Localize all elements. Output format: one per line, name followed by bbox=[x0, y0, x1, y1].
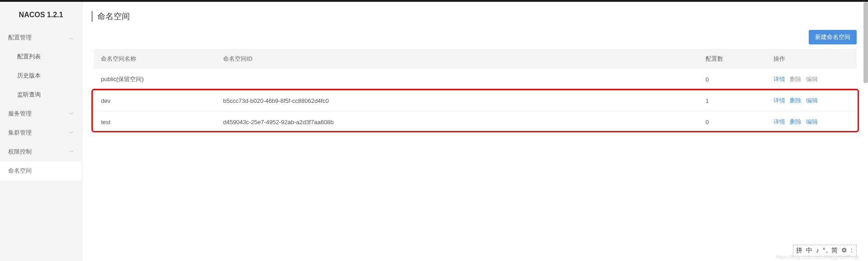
nav-menu: 配置管理 ︿ 配置列表 历史版本 监听查询 服务管理 ﹀ 集群管理 ﹀ 权限控制 bbox=[0, 28, 82, 180]
chevron-down-icon: ﹀ bbox=[69, 130, 74, 136]
chevron-down-icon: ﹀ bbox=[69, 149, 74, 155]
nav-config-mgmt[interactable]: 配置管理 ︿ bbox=[0, 28, 82, 47]
cell-id bbox=[216, 69, 698, 90]
cell-count: 1 bbox=[698, 90, 766, 111]
cell-action: 详情删除编辑 bbox=[766, 111, 857, 133]
detail-link[interactable]: 详情 bbox=[773, 76, 785, 82]
nav-label: 监听查询 bbox=[17, 91, 41, 99]
nav-label: 服务管理 bbox=[8, 110, 32, 118]
main-content: 命名空间 新建命名空间 命名空间名称 命名空间ID 配置数 操作 public(… bbox=[82, 2, 868, 261]
table-wrapper: 命名空间名称 命名空间ID 配置数 操作 public(保留空间)0详情删除编辑… bbox=[94, 49, 857, 133]
scrollbar[interactable] bbox=[863, 2, 868, 83]
nav-config-list[interactable]: 配置列表 bbox=[0, 47, 82, 66]
cell-count: 0 bbox=[698, 69, 766, 90]
page-header: 命名空间 bbox=[91, 11, 859, 22]
table-row: public(保留空间)0详情删除编辑 bbox=[94, 69, 857, 90]
chevron-down-icon: ﹀ bbox=[69, 111, 74, 117]
detail-link[interactable]: 详情 bbox=[773, 97, 785, 104]
edit-link[interactable]: 编辑 bbox=[806, 118, 818, 125]
cell-action: 详情删除编辑 bbox=[766, 69, 857, 90]
app-container: NACOS 1.2.1 配置管理 ︿ 配置列表 历史版本 监听查询 服务管理 ﹀… bbox=[0, 2, 868, 261]
cell-id: b5ccc73d-b020-46b9-8f5f-cc88062d4fc0 bbox=[216, 90, 698, 111]
cell-count: 0 bbox=[698, 111, 766, 133]
col-header-count: 配置数 bbox=[698, 49, 766, 69]
table-header-row: 命名空间名称 命名空间ID 配置数 操作 bbox=[94, 49, 857, 69]
edit-link[interactable]: 编辑 bbox=[806, 97, 818, 104]
col-header-name: 命名空间名称 bbox=[94, 49, 216, 69]
nav-service-mgmt[interactable]: 服务管理 ﹀ bbox=[0, 104, 82, 123]
detail-link[interactable]: 详情 bbox=[773, 118, 785, 125]
nav-cluster-mgmt[interactable]: 集群管理 ﹀ bbox=[0, 123, 82, 142]
namespace-table: 命名空间名称 命名空间ID 配置数 操作 public(保留空间)0详情删除编辑… bbox=[94, 49, 857, 133]
table-row: devb5ccc73d-b020-46b9-8f5f-cc88062d4fc01… bbox=[94, 90, 857, 111]
sidebar: NACOS 1.2.1 配置管理 ︿ 配置列表 历史版本 监听查询 服务管理 ﹀… bbox=[0, 2, 82, 261]
page-title: 命名空间 bbox=[97, 11, 859, 22]
cell-id: d459043c-25e7-4952-92ab-a2d3f7aa608b bbox=[216, 111, 698, 133]
table-body: public(保留空间)0详情删除编辑devb5ccc73d-b020-46b9… bbox=[94, 69, 857, 133]
create-namespace-button[interactable]: 新建命名空间 bbox=[809, 30, 857, 44]
cell-name: public(保留空间) bbox=[94, 69, 216, 90]
table-row: testd459043c-25e7-4952-92ab-a2d3f7aa608b… bbox=[94, 111, 857, 133]
logo: NACOS 1.2.1 bbox=[0, 2, 82, 28]
nav-permission-ctrl[interactable]: 权限控制 ﹀ bbox=[0, 142, 82, 161]
nav-label: 权限控制 bbox=[8, 148, 32, 156]
delete-link: 删除 bbox=[790, 76, 801, 82]
nav-history-version[interactable]: 历史版本 bbox=[0, 66, 82, 85]
nav-label: 历史版本 bbox=[17, 72, 41, 80]
nav-namespace[interactable]: 命名空间 bbox=[0, 161, 82, 180]
cell-name: dev bbox=[94, 90, 216, 111]
chevron-up-icon: ︿ bbox=[69, 34, 74, 41]
delete-link[interactable]: 删除 bbox=[790, 97, 801, 104]
nav-listen-query[interactable]: 监听查询 bbox=[0, 85, 82, 104]
edit-link: 编辑 bbox=[806, 76, 818, 82]
cell-name: test bbox=[94, 111, 216, 133]
col-header-action: 操作 bbox=[766, 49, 857, 69]
cell-action: 详情删除编辑 bbox=[766, 90, 857, 111]
nav-label: 配置管理 bbox=[8, 34, 32, 42]
nav-label: 配置列表 bbox=[17, 53, 41, 61]
delete-link[interactable]: 删除 bbox=[790, 118, 801, 125]
col-header-id: 命名空间ID bbox=[216, 49, 698, 69]
watermark: https://blog.csdn.net/oWangXiaoPeng bbox=[776, 254, 859, 260]
nav-label: 集群管理 bbox=[8, 129, 32, 137]
nav-label: 命名空间 bbox=[8, 167, 32, 175]
action-bar: 新建命名空间 bbox=[82, 30, 857, 44]
